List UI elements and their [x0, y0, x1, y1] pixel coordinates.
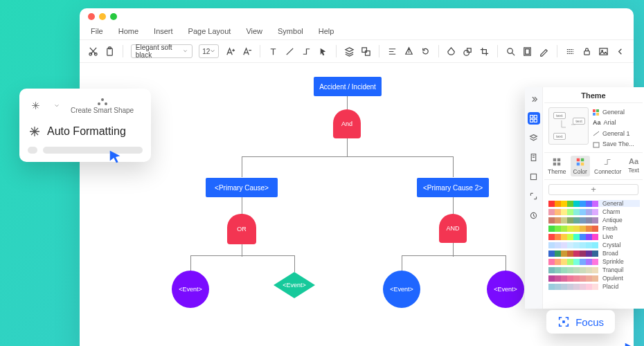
increase-font-icon[interactable] [225, 46, 235, 57]
connector [242, 156, 242, 177]
pen-icon[interactable] [539, 46, 549, 57]
focus-button[interactable]: Focus [546, 310, 615, 334]
palette-row[interactable]: Placid [544, 282, 643, 291]
palette-row[interactable]: General [544, 199, 643, 208]
palette-row[interactable]: Antique [544, 216, 643, 224]
decrease-font-icon[interactable] [242, 46, 252, 57]
tab-color[interactable]: Color [571, 156, 590, 176]
menu-insert[interactable]: Insert [154, 27, 173, 35]
collapse-panel-icon[interactable] [615, 46, 625, 57]
cut-icon[interactable] [88, 46, 98, 57]
fill-color-icon[interactable] [446, 46, 456, 57]
rail-collapse-icon[interactable] [528, 93, 540, 105]
tab-connector[interactable]: Connector [591, 156, 624, 176]
close-window-button[interactable] [88, 13, 95, 20]
node-primary-cause-1[interactable]: <Primary Cause> [206, 178, 278, 197]
font-size-select[interactable]: 12 [199, 44, 219, 58]
auto-format-slider[interactable] [28, 147, 143, 154]
tab-theme[interactable]: Theme [545, 156, 569, 176]
distribute-icon[interactable] [404, 46, 414, 57]
slider-handle[interactable] [28, 147, 37, 154]
group-icon[interactable] [361, 46, 371, 57]
align-icon[interactable] [387, 46, 397, 57]
rail-shape-icon[interactable] [528, 170, 540, 183]
zoom-icon[interactable] [506, 46, 516, 57]
page-icon[interactable] [522, 46, 533, 57]
event-node-1[interactable]: <Event> [172, 271, 209, 308]
palette-label: General [598, 200, 640, 207]
connector [294, 255, 295, 272]
menu-view[interactable]: View [246, 27, 262, 35]
gate-and-right[interactable]: AND [439, 214, 467, 243]
svg-rect-31 [557, 158, 560, 161]
paste-icon[interactable] [105, 46, 115, 57]
palette-row[interactable]: Opulent [544, 274, 643, 282]
color-swatch [555, 259, 561, 265]
node-primary-cause-2[interactable]: <Primary Cause 2> [417, 178, 489, 197]
minimize-window-button[interactable] [99, 13, 106, 20]
color-swatch [592, 267, 598, 273]
palette-row[interactable]: Tranquil [544, 266, 643, 274]
chevron-down-icon[interactable] [54, 103, 60, 109]
color-swatch [567, 209, 573, 215]
lock-icon[interactable] [582, 46, 592, 57]
tab-text[interactable]: AaText [625, 156, 642, 176]
color-swatch [548, 201, 555, 207]
font-select[interactable]: Elegant soft black [131, 44, 193, 58]
color-swatch [592, 217, 598, 224]
color-swatch [580, 201, 586, 207]
menu-home[interactable]: Home [118, 27, 138, 35]
color-swatch [567, 267, 573, 273]
palette-row[interactable]: Charm [544, 208, 643, 216]
rail-layers-icon[interactable] [528, 131, 540, 144]
rail-expand-icon[interactable] [528, 190, 540, 202]
image-icon[interactable] [598, 46, 609, 57]
rotate-icon[interactable] [420, 46, 431, 57]
palette-row[interactable]: Live [544, 233, 643, 241]
menu-symbol[interactable]: Symbol [278, 27, 303, 35]
color-swatch [548, 275, 555, 282]
menu-help[interactable]: Help [319, 27, 334, 35]
event-node-3[interactable]: <Event> [383, 271, 420, 308]
color-swatch [573, 234, 580, 240]
color-swatch [567, 259, 573, 265]
svg-rect-11 [526, 48, 530, 54]
rail-theme-icon[interactable] [528, 112, 540, 125]
connector-tool-icon[interactable] [301, 46, 312, 57]
layers-icon[interactable] [344, 46, 355, 57]
pointer-tool-icon[interactable] [318, 46, 328, 57]
color-swatch [573, 209, 580, 215]
svg-rect-33 [557, 163, 560, 165]
color-swatch [567, 226, 573, 232]
node-root[interactable]: Accident / Incident [314, 77, 382, 96]
color-swatch [555, 251, 561, 257]
rail-page-icon[interactable] [528, 151, 540, 163]
text-tool-icon[interactable] [268, 46, 278, 57]
color-swatch [586, 209, 592, 215]
palette-row[interactable]: Crystal [544, 241, 643, 249]
rail-history-icon[interactable] [528, 209, 540, 221]
create-smart-shape-button[interactable]: Create Smart Shape [71, 97, 134, 115]
maximize-window-button[interactable] [110, 13, 117, 20]
color-swatch [592, 234, 598, 240]
gate-or[interactable]: OR [227, 214, 256, 244]
auto-formatting-label: Auto Formatting [47, 125, 126, 138]
menu-file[interactable]: File [91, 27, 103, 35]
gate-and-top[interactable]: And [333, 109, 361, 138]
color-swatch [592, 251, 598, 257]
event-diamond[interactable]: <Event> [274, 272, 315, 298]
line-style-icon[interactable] [565, 46, 575, 57]
palette-row[interactable]: Sprinkle [544, 257, 643, 266]
svg-rect-12 [584, 51, 590, 55]
event-node-4[interactable]: <Event> [487, 271, 524, 308]
crop-icon[interactable] [479, 46, 490, 57]
palette-row[interactable]: Broad [544, 249, 643, 257]
menu-page-layout[interactable]: Page Layout [188, 27, 231, 35]
theme-thumbnail[interactable]: text text text [548, 107, 589, 145]
spark-icon[interactable] [28, 98, 43, 113]
line-tool-icon[interactable] [285, 46, 295, 57]
shape-tool-icon[interactable] [463, 46, 473, 57]
palette-row[interactable]: Fresh [544, 224, 643, 233]
auto-formatting-button[interactable]: Auto Formatting [28, 125, 143, 138]
add-palette-button[interactable]: + [548, 184, 638, 195]
